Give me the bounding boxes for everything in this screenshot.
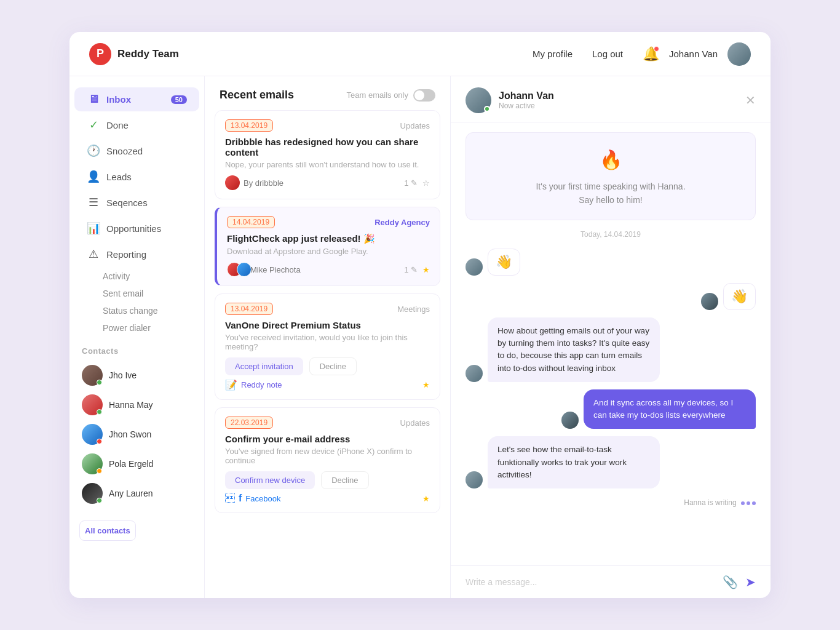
contact-name-hanna-may: Hanna May bbox=[109, 400, 153, 410]
email-preview: You've signed from new device (iPhone X)… bbox=[225, 447, 430, 465]
inbox-label: Inbox bbox=[106, 94, 131, 105]
sidebar-item-reporting[interactable]: ⚠ Reporting bbox=[74, 242, 199, 266]
done-icon: ✓ bbox=[87, 118, 100, 132]
contact-avatar-jho-ive bbox=[82, 365, 103, 386]
chat-msg-row-4: And it sync across all my devices, so I … bbox=[466, 389, 756, 429]
star-icon[interactable]: ★ bbox=[422, 265, 430, 274]
chat-msg-row-5: Let's see how the email-to-task funktion… bbox=[466, 436, 756, 488]
app-container: P Reddy Team My profile Log out 🔔 Johann… bbox=[69, 32, 771, 598]
email-sender: Mike Piechota bbox=[227, 262, 301, 277]
chat-status-dot bbox=[484, 106, 490, 112]
chat-msg-avatar-left bbox=[466, 258, 483, 276]
snoozed-label: Snoozed bbox=[106, 146, 143, 156]
sender-avatar-2 bbox=[237, 262, 252, 277]
contact-item-hanna-may[interactable]: Hanna May bbox=[82, 390, 192, 420]
sidebar-item-seqences[interactable]: ☰ Seqences bbox=[74, 190, 199, 215]
email-list-title: Recent emails bbox=[220, 89, 294, 102]
chat-msg-avatar-right-2 bbox=[561, 412, 579, 429]
email-card-flightcheck[interactable]: 14.04.2019 Reddy Agency FlightCheck app … bbox=[215, 207, 440, 286]
log-out-link[interactable]: Log out bbox=[592, 49, 623, 59]
contact-status-dot bbox=[97, 498, 102, 503]
chat-msg-row-2: 👋 bbox=[466, 283, 756, 310]
reddy-note-label: Reddy note bbox=[241, 380, 282, 389]
email-subject: FlightCheck app just released! 🎉 bbox=[227, 233, 430, 244]
sidebar-sub-status-change[interactable]: Status change bbox=[69, 302, 204, 319]
chat-bubble-left-2: Let's see how the email-to-task funktion… bbox=[488, 436, 660, 488]
toggle-switch[interactable] bbox=[413, 89, 435, 102]
contact-item-jho-ive[interactable]: Jho Ive bbox=[82, 361, 192, 390]
team-emails-toggle: Team emails only bbox=[347, 89, 435, 102]
star-icon[interactable]: ☆ bbox=[422, 178, 430, 188]
app-name: Reddy Team bbox=[117, 48, 179, 60]
contact-item-jhon-swon[interactable]: Jhon Swon bbox=[82, 420, 192, 449]
sidebar-item-leads[interactable]: 👤 Leads bbox=[74, 164, 199, 189]
sidebar-sub-sent-email[interactable]: Sent email bbox=[69, 285, 204, 302]
star-icon[interactable]: ★ bbox=[422, 380, 430, 389]
reporting-label: Reporting bbox=[106, 249, 146, 260]
chat-intro-text: It's your first time speaking with Hanna… bbox=[478, 180, 743, 207]
my-profile-link[interactable]: My profile bbox=[533, 49, 573, 59]
contact-item-pola-ergeld[interactable]: Pola Ergeld bbox=[82, 449, 192, 479]
sidebar-item-snoozed[interactable]: 🕐 Snoozed bbox=[74, 138, 199, 163]
chat-user-status: Now active bbox=[499, 102, 745, 110]
contact-status-dot bbox=[97, 439, 102, 444]
star-icon[interactable]: ★ bbox=[422, 494, 430, 503]
email-date: 14.04.2019 bbox=[227, 216, 275, 228]
chat-emoji-bubble-left: 👋 bbox=[488, 249, 520, 276]
chat-input[interactable] bbox=[466, 577, 715, 587]
chat-user-name: Johann Van bbox=[499, 90, 745, 102]
chat-close-button[interactable]: ✕ bbox=[745, 93, 756, 108]
email-list: Recent emails Team emails only 13.04.201… bbox=[205, 76, 451, 598]
email-card-top: 13.04.2019 Meetings bbox=[225, 303, 430, 315]
email-category: Updates bbox=[400, 418, 430, 428]
chat-date-divider: Today, 14.04.2019 bbox=[466, 228, 756, 241]
toggle-knob bbox=[414, 90, 424, 100]
email-category: Reddy Agency bbox=[374, 218, 430, 227]
decline-button-2[interactable]: Decline bbox=[321, 471, 368, 489]
email-footer: Mike Piechota 1 ✎ ★ bbox=[227, 262, 430, 277]
send-icon[interactable]: ➤ bbox=[745, 575, 756, 589]
email-list-header: Recent emails Team emails only bbox=[205, 76, 450, 110]
all-contacts-button[interactable]: All contacts bbox=[79, 520, 136, 541]
sidebar-item-opportunities[interactable]: 📊 Opportunities bbox=[74, 216, 199, 241]
chat-bubble-left-1: How about getting emails out of your way… bbox=[488, 317, 660, 382]
chat-header: Johann Van Now active ✕ bbox=[451, 76, 771, 122]
chat-user-info: Johann Van Now active bbox=[499, 90, 745, 110]
chat-panel: Johann Van Now active ✕ 🔥 It's your firs… bbox=[451, 76, 771, 598]
email-subject: VanOne Direct Premium Status bbox=[225, 320, 430, 330]
sidebar-sub-activity[interactable]: Activity bbox=[69, 268, 204, 285]
accept-invitation-button[interactable]: Accept invitation bbox=[225, 357, 303, 375]
chat-msg-avatar-left-2 bbox=[466, 365, 483, 382]
email-date: 13.04.2019 bbox=[225, 303, 273, 315]
email-footer: By dribbble 1 ✎ ☆ bbox=[225, 175, 430, 190]
contact-item-any-lauren[interactable]: Any Lauren bbox=[82, 479, 192, 508]
contact-avatar-pola-ergeld bbox=[82, 453, 103, 474]
sidebar-item-inbox[interactable]: 🖥 Inbox 50 bbox=[74, 87, 199, 111]
snoozed-icon: 🕐 bbox=[87, 144, 100, 158]
avatar bbox=[727, 42, 751, 66]
email-subject: Dribbble has redesigned how you can shar… bbox=[225, 137, 430, 158]
notification-button[interactable]: 🔔 bbox=[643, 46, 659, 62]
email-card-top: 14.04.2019 Reddy Agency bbox=[227, 216, 430, 228]
attach-icon[interactable]: 📎 bbox=[723, 575, 738, 589]
sidebar-sub-power-dialer[interactable]: Power dialer bbox=[69, 319, 204, 337]
opportunities-icon: 📊 bbox=[87, 221, 100, 235]
sender-name: By dribbble bbox=[244, 178, 283, 188]
contact-avatar-jhon-swon bbox=[82, 424, 103, 445]
sidebar: 🖥 Inbox 50 ✓ Done 🕐 Snoozed 👤 Leads ☰ bbox=[69, 76, 205, 598]
body: 🖥 Inbox 50 ✓ Done 🕐 Snoozed 👤 Leads ☰ bbox=[69, 76, 771, 598]
contact-status-dot bbox=[97, 409, 102, 415]
chat-user-avatar bbox=[466, 87, 491, 113]
contact-name-pola-ergeld: Pola Ergeld bbox=[109, 459, 153, 469]
sidebar-item-done[interactable]: ✓ Done bbox=[74, 113, 199, 137]
email-card-confirm[interactable]: 22.03.2019 Updates Confirm your e-mail a… bbox=[215, 407, 440, 513]
typing-label: Hanna is writing bbox=[684, 498, 736, 507]
email-card-vanone[interactable]: 13.04.2019 Meetings VanOne Direct Premiu… bbox=[215, 293, 440, 400]
contacts-title: Contacts bbox=[82, 346, 192, 356]
inbox-icon: 🖥 bbox=[87, 93, 100, 106]
decline-button[interactable]: Decline bbox=[309, 357, 357, 375]
email-card-top: 13.04.2019 Updates bbox=[225, 119, 430, 132]
confirm-device-button[interactable]: Confirm new device bbox=[225, 471, 315, 489]
email-card-dribbble[interactable]: 13.04.2019 Updates Dribbble has redesign… bbox=[215, 110, 440, 199]
notification-dot bbox=[654, 46, 659, 52]
